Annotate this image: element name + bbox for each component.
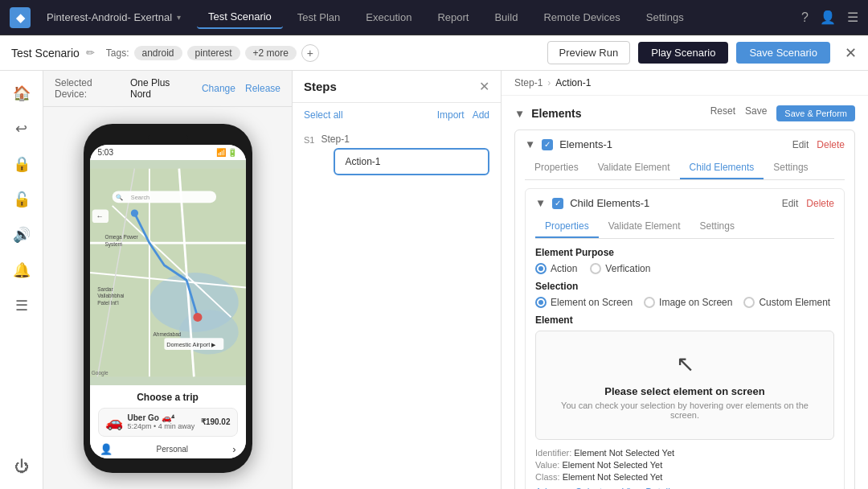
elements1-collapse-button[interactable]: ▼ [525, 138, 535, 150]
add-step-button[interactable]: Add [473, 109, 489, 121]
nav-tab-build[interactable]: Build [483, 6, 529, 28]
app-logo: ◆ [10, 7, 31, 28]
sel-image-screen-radio[interactable] [644, 297, 655, 308]
elements-section: ▼ Elements Reset Save Save & Perform ▼ ✓… [502, 96, 868, 489]
steps-toolbar: Select all Import Add [293, 103, 501, 127]
elements1-block: ▼ ✓ Elements-1 Edit Delete Properties Va… [514, 129, 855, 489]
child-tab-settings[interactable]: Settings [690, 216, 744, 238]
child-tab-properties[interactable]: Properties [535, 216, 599, 238]
phone-frame: 5:03 📶 🔋 [84, 124, 252, 473]
home-icon[interactable]: 🏠 [7, 79, 36, 108]
edit-title-icon[interactable]: ✏ [86, 47, 95, 59]
purpose-action-option[interactable]: Action [535, 263, 577, 274]
tags-section: Tags: android pinterest +2 more + [106, 44, 319, 62]
help-icon[interactable]: ? [801, 10, 809, 25]
list-icon[interactable]: ☰ [7, 291, 36, 320]
phone-status-bar: 5:03 📶 🔋 [90, 145, 246, 160]
child-checkbox[interactable]: ✓ [552, 198, 563, 209]
undo-icon[interactable]: ↩ [7, 114, 36, 143]
power-icon[interactable]: ⏻ [7, 452, 36, 481]
tags-more[interactable]: +2 more [245, 46, 297, 60]
nav-tab-remote-devices[interactable]: Remote Devices [532, 6, 631, 28]
elements1-delete-button[interactable]: Delete [817, 139, 845, 150]
elements1-checkbox[interactable]: ✓ [542, 139, 553, 150]
trip-option-uber-go[interactable]: 🚗 Uber Go 🚗⁴ 5:24pm • 4 min away ₹190.02 [98, 408, 238, 437]
play-scenario-button[interactable]: Play Scenario [638, 42, 728, 64]
add-tag-button[interactable]: + [301, 44, 319, 62]
purpose-verification-radio[interactable] [590, 263, 601, 274]
tag-pinterest[interactable]: pinterest [187, 46, 240, 60]
purpose-action-radio[interactable] [535, 263, 547, 274]
tab-properties[interactable]: Properties [525, 157, 588, 179]
phone-notch [148, 135, 188, 142]
select-all-button[interactable]: Select all [304, 109, 343, 121]
nav-tab-settings[interactable]: Settings [635, 6, 695, 28]
breadcrumb-current: Action-1 [555, 77, 591, 88]
action-item[interactable]: Action-1 [334, 148, 489, 175]
menu-icon[interactable]: ☰ [847, 10, 858, 25]
lock2-icon[interactable]: 🔓 [7, 185, 36, 214]
steps-actions: Import Add [437, 109, 489, 121]
nav-tab-test-scenario[interactable]: Test Scenario [197, 6, 283, 29]
sel-element-screen-label: Element on Screen [551, 297, 633, 308]
tab-settings[interactable]: Settings [764, 157, 817, 179]
personal-label: Personal [157, 445, 188, 454]
svg-text:Omega Power: Omega Power [104, 234, 138, 240]
user-icon[interactable]: 👤 [820, 10, 836, 25]
nav-tab-test-plan[interactable]: Test Plan [286, 6, 351, 28]
import-button[interactable]: Import [437, 109, 465, 121]
elements-panel: Step-1 › Action-1 ▼ Elements Reset Save … [502, 71, 868, 489]
child-elements-header: ▼ ✓ Child Elements-1 Edit Delete [535, 197, 834, 209]
svg-text:Sardar: Sardar [97, 286, 113, 292]
steps-close-button[interactable]: ✕ [479, 79, 489, 94]
nav-tab-report[interactable]: Report [426, 6, 480, 28]
sel-image-screen-option[interactable]: Image on Screen [644, 297, 732, 308]
purpose-action-label: Action [551, 263, 577, 274]
device-header: Selected Device: One Plus Nord Change Re… [43, 71, 292, 107]
release-device-button[interactable]: Release [245, 83, 280, 94]
value-val: Element Not Selected Yet [562, 460, 662, 470]
tab-validate-element[interactable]: Validate Element [588, 157, 680, 179]
nav-tab-execution[interactable]: Execution [354, 6, 423, 28]
purpose-verification-option[interactable]: Verfication [590, 263, 650, 274]
app-title-dropdown[interactable]: Pinterest-Android- Exertnal ▾ [40, 8, 187, 27]
child-collapse-button[interactable]: ▼ [535, 197, 546, 209]
trip-price: ₹190.02 [201, 417, 231, 426]
svg-text:←: ← [96, 212, 103, 220]
sel-custom-element-radio[interactable] [743, 297, 755, 308]
step-row: S1 Step-1 Action-1 [304, 134, 489, 175]
elements1-edit-button[interactable]: Edit [792, 139, 809, 150]
steps-title: Steps [304, 80, 337, 93]
value-key: Value: [535, 460, 559, 470]
elements-collapse-button[interactable]: ▼ [514, 108, 525, 120]
identifier-val: Element Not Selected Yet [574, 448, 674, 458]
child-tab-validate[interactable]: Validate Element [599, 216, 690, 238]
sel-element-screen-radio[interactable] [535, 297, 547, 308]
tag-android[interactable]: android [134, 46, 182, 60]
bell-icon[interactable]: 🔔 [7, 256, 36, 285]
class-row: Class: Element Not Selected Yet [535, 472, 834, 482]
cursor-icon: ↖ [676, 351, 694, 377]
elements1-header: ▼ ✓ Elements-1 Edit Delete [525, 138, 845, 150]
tab-child-elements[interactable]: Child Elements [680, 157, 764, 179]
child-title-row: ▼ ✓ Child Elements-1 [535, 197, 649, 209]
sel-element-screen-option[interactable]: Element on Screen [535, 297, 633, 308]
volume-icon[interactable]: 🔊 [7, 220, 36, 249]
reset-button[interactable]: Reset [710, 105, 735, 121]
save-scenario-button[interactable]: Save Scenario [736, 42, 830, 64]
toolbar-close-button[interactable]: ✕ [845, 44, 857, 62]
change-device-button[interactable]: Change [202, 83, 235, 94]
steps-header: Steps ✕ [293, 71, 501, 103]
device-panel: Selected Device: One Plus Nord Change Re… [43, 71, 293, 489]
child-edit-button[interactable]: Edit [782, 198, 799, 209]
selection-label: Selection [535, 281, 834, 292]
preview-run-button[interactable]: Preview Run [547, 41, 631, 64]
sel-custom-element-label: Custom Element [759, 297, 830, 308]
sel-custom-element-option[interactable]: Custom Element [743, 297, 830, 308]
lock-icon[interactable]: 🔒 [7, 150, 36, 179]
save-perform-button[interactable]: Save & Perform [776, 105, 855, 121]
child-delete-button[interactable]: Delete [806, 198, 834, 209]
save-button[interactable]: Save [745, 105, 767, 121]
svg-text:Domestic Airport ▶: Domestic Airport ▶ [166, 341, 216, 348]
step-label: Step-1 [321, 134, 489, 145]
